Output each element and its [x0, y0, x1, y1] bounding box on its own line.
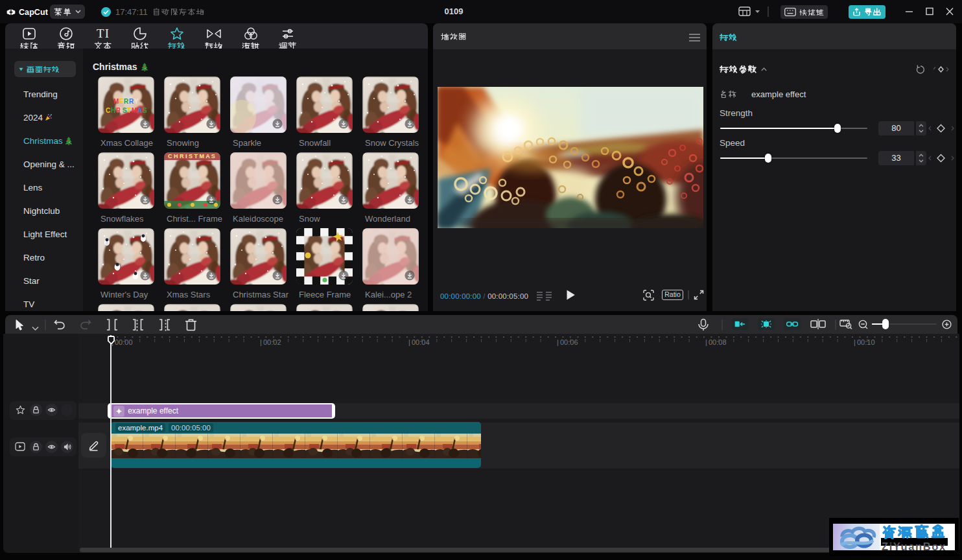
svg-text:T: T — [127, 107, 131, 114]
svg-text:|: | — [260, 338, 262, 346]
svg-text:|: | — [854, 338, 856, 346]
svg-text:|: | — [705, 338, 707, 346]
svg-text:C: C — [106, 107, 110, 114]
svg-text:S: S — [143, 107, 147, 114]
svg-text:A: A — [137, 107, 142, 114]
svg-text:00:04: 00:04 — [412, 338, 430, 346]
svg-text:00:02: 00:02 — [263, 338, 281, 346]
svg-text:M: M — [113, 98, 119, 105]
svg-text:I: I — [120, 107, 122, 114]
svg-text:|: | — [408, 338, 410, 346]
svg-text:|: | — [557, 338, 559, 346]
svg-text:H: H — [111, 107, 115, 114]
svg-text:00:00: 00:00 — [115, 338, 133, 346]
svg-text:R: R — [124, 98, 129, 105]
svg-text:S: S — [123, 107, 127, 114]
svg-text:Y: Y — [134, 98, 139, 105]
svg-text:00:10: 00:10 — [857, 338, 875, 346]
svg-text:00:06: 00:06 — [560, 338, 578, 346]
svg-text:M: M — [132, 107, 137, 114]
svg-text:C H R I S T M A S: C H R I S T M A S — [168, 153, 215, 159]
svg-text:00:08: 00:08 — [709, 338, 727, 346]
svg-text:R: R — [129, 98, 134, 105]
svg-text:E: E — [119, 98, 124, 105]
